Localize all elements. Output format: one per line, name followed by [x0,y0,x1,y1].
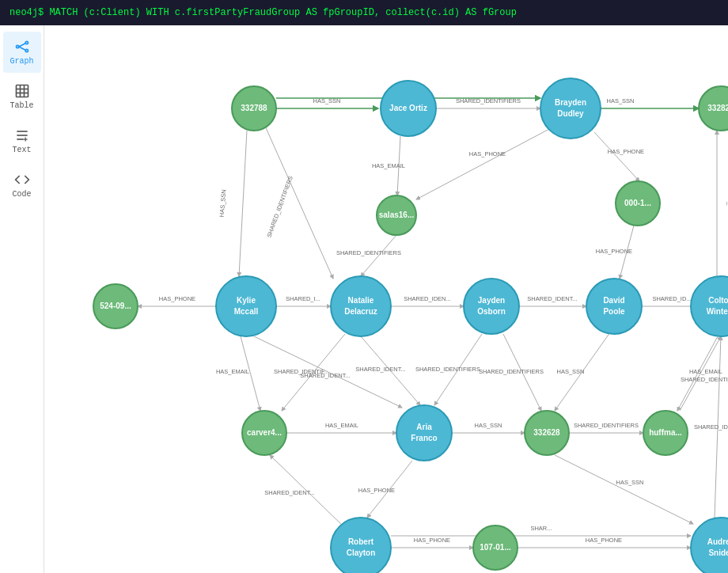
network-graph: HAS_SSN HAS_SSN SHARED_IDENTIFIERS HAS_S… [44,25,728,573]
sidebar-label-code: Code [12,190,31,199]
svg-line-3 [18,44,25,47]
edge-label-robert-10701: HAS_PHONE [414,537,450,544]
node-audrey-snider[interactable] [691,518,728,573]
node-10701[interactable] [473,526,518,570]
svg-point-2 [25,49,28,51]
node-colton-winters[interactable] [691,276,728,336]
edge-label-robert-audrey: SHAR... [530,525,552,532]
top-bar: neo4j$ MATCH (c:Client) WITH c.firstPart… [0,0,728,25]
node-kylie-mccall[interactable] [216,276,276,336]
edge-brayden-000 [594,132,639,181]
edge-label-kylie-524: HAS_PHONE [159,295,195,302]
cypher-command: neo4j$ MATCH (c:Client) WITH c.firstPart… [9,7,517,18]
edge-label-10701-audrey: HAS_PHONE [586,537,622,544]
sidebar: Graph Table Text Code [0,25,44,573]
edge-label-audrey-colton: SHARED_IDENTIFIERS [694,423,728,431]
edge-label-jace-salas: HAS_EMAIL [372,162,405,169]
sidebar-item-graph[interactable]: Graph [3,32,41,73]
edge-label-colton-huffma: HAS_EMAIL [689,368,722,375]
edge-label-david-colton: SHARED_ID... [652,295,691,302]
svg-rect-5 [16,85,28,97]
node-carver[interactable] [242,411,286,455]
edge-label-brayden-332821: HAS_SSN [606,97,634,104]
svg-point-1 [25,41,28,44]
node-brayden-dudley[interactable] [540,78,601,139]
edge-332628-audrey [555,455,693,524]
edge-label-robert-carver: SHARED_IDENT... [264,489,314,496]
node-jayden-osborn[interactable] [464,279,519,334]
edge-label-salas-natalie: SHARED_IDENTIFIERS [336,249,401,256]
node-332788[interactable] [232,86,276,131]
table-icon [14,83,30,99]
sidebar-item-table[interactable]: Table [3,76,41,117]
node-332628[interactable] [525,411,569,455]
sidebar-item-text[interactable]: Text [3,120,41,161]
svg-line-4 [18,47,25,50]
edge-label-aria-332628: HAS_SSN [474,422,502,429]
edge-label-jayden-aria: SHARED_IDENTIFIERS [415,366,480,373]
edge-label-kylie-natalie: SHARED_I... [286,295,320,302]
edge-label-huffma-colton: SHARED_IDENTIFIERS [681,376,728,383]
node-david-poole[interactable] [586,279,642,334]
graph-canvas[interactable]: HAS_SSN HAS_SSN SHARED_IDENTIFIERS HAS_S… [44,25,728,573]
edge-label-332628-audrey: HAS_SSN [616,479,643,486]
node-aria-franco[interactable] [396,405,452,461]
node-000[interactable] [616,181,660,226]
edge-label-000-david: HAS_PHONE [596,248,632,255]
code-icon [14,172,30,188]
edge-label-332628-huffma: SHARED_IDENTIFIERS [574,422,639,429]
sidebar-label-text: Text [12,146,31,154]
edge-label-david-332628: HAS_SSN [556,368,584,375]
edge-label-natalie-aria: SHARED_IDENT... [355,366,405,373]
node-huffma[interactable] [643,411,688,455]
edge-label-aria-robert: HAS_PHONE [358,487,395,494]
edge-label-brayden-000: HAS_PHONE [608,148,644,155]
graph-icon [14,39,30,55]
text-icon [14,127,30,143]
node-salas[interactable] [377,195,416,235]
edge-332788-kylie [239,131,247,276]
node-natalie-delacruz[interactable] [331,276,391,336]
edge-label-332788-kylie: HAS_SSN [218,189,228,218]
edge-label-jayden-david: SHARED_IDENT... [527,295,577,302]
node-robert-clayton[interactable] [331,518,391,573]
edge-label-carver-aria: HAS_EMAIL [325,422,358,429]
node-jace-ortiz[interactable] [381,81,436,136]
edge-brayden-salas [416,128,551,199]
sidebar-item-code[interactable]: Code [3,165,41,206]
sidebar-label-graph: Graph [9,57,33,66]
svg-point-0 [16,45,18,47]
node-524[interactable] [93,284,138,328]
sidebar-label-table: Table [9,101,33,110]
edge-label-brayden-salas: HAS_PHONE [469,150,506,157]
node-332821[interactable] [699,86,728,131]
edge-label-kylie-carver: HAS_EMAIL [216,368,249,375]
edge-label-332788-natalie: SHARED_IDENTIFIERS [265,175,294,238]
edge-label-kylie-aria: SHARED_IDENT... [300,372,350,379]
edge-332788-natalie [264,124,333,279]
edge-label-natalie-jayden: SHARED_IDEN... [404,295,451,302]
edge-label-jayden-332628: SHARED_IDENTIFIERS [479,368,544,375]
